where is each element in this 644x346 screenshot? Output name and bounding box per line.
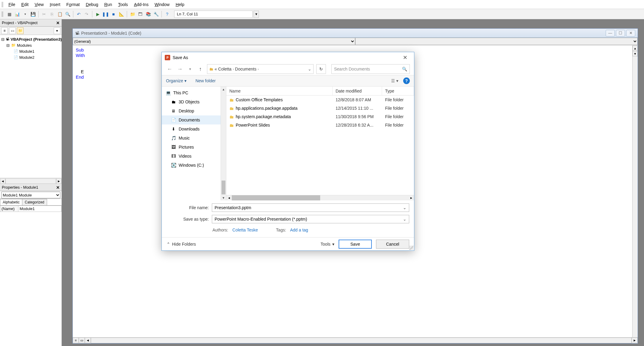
redo-icon[interactable]: ↷ — [83, 11, 90, 17]
menu-insert[interactable]: Insert — [47, 1, 63, 8]
file-row[interactable]: 🖿Custom Office Templates12/8/2018 8:07 A… — [226, 96, 414, 104]
view-object-button[interactable]: ▭ — [9, 27, 16, 34]
menubar-gripper[interactable] — [2, 2, 4, 7]
stop-icon[interactable]: ■ — [110, 11, 117, 17]
cut-icon[interactable]: ✂ — [41, 11, 47, 17]
help-icon[interactable]: ? — [164, 11, 171, 17]
breadcrumb-segment[interactable]: Documents — [235, 67, 257, 71]
run-icon[interactable]: ▶ — [94, 11, 101, 17]
find-icon[interactable]: 🔍 — [64, 11, 71, 17]
filename-input[interactable]: Presentation3.pptm⌄ — [212, 203, 409, 212]
properties-icon[interactable]: 🗔 — [137, 11, 144, 17]
project-pane-close-icon[interactable]: ✕ — [56, 20, 60, 25]
full-module-view-icon[interactable]: ▭ — [79, 338, 85, 343]
properties-pane-close-icon[interactable]: ✕ — [56, 185, 60, 190]
authors-value[interactable]: Coletta Teske — [232, 228, 258, 232]
menu-view[interactable]: View — [32, 1, 47, 8]
nav-item-this-pc[interactable]: 💻This PC — [162, 88, 221, 97]
chevron-right-icon[interactable]: › — [258, 67, 259, 71]
dialog-close-button[interactable]: ✕ — [399, 53, 411, 62]
minimize-button[interactable]: — — [606, 30, 615, 36]
search-icon[interactable]: 🔍 — [402, 67, 407, 71]
tags-value[interactable]: Add a tag — [290, 228, 308, 232]
help-icon[interactable]: ? — [403, 77, 410, 84]
file-list-headers[interactable]: Name Date modified Type — [226, 86, 414, 96]
project-tree[interactable]: ⊟ 📽 VBAProject (Presentation3) ⊟ 📁 Modul… — [0, 35, 62, 178]
project-hscroll[interactable]: ◄► — [0, 178, 62, 184]
tab-categorized[interactable]: Categorized — [22, 199, 47, 205]
view-options-icon[interactable]: ☰ ▾ — [391, 78, 398, 83]
project-explorer-icon[interactable]: 📁 — [129, 11, 136, 17]
nav-item-windows-c-[interactable]: 💽Windows (C:) — [162, 161, 221, 170]
toolbar-gripper[interactable] — [2, 11, 4, 17]
cancel-button[interactable]: Cancel — [376, 240, 409, 249]
menu-help[interactable]: Help — [173, 1, 187, 8]
nav-recent-icon[interactable]: ▾ — [187, 65, 194, 73]
nav-back-icon[interactable]: ← — [166, 65, 173, 73]
view-code-button[interactable]: ≡ — [1, 27, 8, 34]
menu-add-ins[interactable]: Add-Ins — [131, 1, 151, 8]
resize-grip[interactable] — [409, 246, 413, 250]
file-row[interactable]: 🖿hp.applications.package.appdata12/14/20… — [226, 104, 414, 112]
refresh-icon[interactable]: ↻ — [316, 64, 326, 74]
breadcrumb-bar[interactable]: 🖿 « Coletta › Documents › ⌄ — [207, 64, 314, 74]
toolbox-icon[interactable]: 🔧 — [153, 11, 159, 17]
menu-edit[interactable]: Edit — [18, 1, 32, 8]
column-type[interactable]: Type — [382, 86, 414, 95]
toggle-folders-button[interactable]: 📁 — [17, 27, 24, 34]
close-button[interactable]: ✕ — [626, 30, 635, 36]
code-hscroll[interactable]: ≡ ▭ ◄► — [73, 337, 638, 343]
chevron-right-icon[interactable]: › — [233, 67, 234, 71]
nav-item-music[interactable]: 🎵Music — [162, 134, 221, 143]
file-row[interactable]: 🖿hp.system.package.metadata11/30/2018 9:… — [226, 112, 414, 121]
organize-button[interactable]: Organize ▾ — [166, 78, 187, 83]
menu-debug[interactable]: Debug — [83, 1, 101, 8]
toolbar-overflow-icon[interactable]: ▾ — [253, 11, 259, 18]
new-folder-button[interactable]: New folder — [196, 78, 216, 83]
hide-folders-button[interactable]: ⌃ Hide Folders — [167, 242, 196, 247]
nav-item-3d-objects[interactable]: 🖿3D Objects — [162, 97, 221, 106]
tools-dropdown[interactable]: Tools▾ — [320, 242, 334, 247]
nav-tree[interactable]: 💻This PC🖿3D Objects🖥Desktop📄Documents⬇Do… — [162, 86, 221, 200]
menu-run[interactable]: Run — [101, 1, 115, 8]
menu-window[interactable]: Window — [151, 1, 173, 8]
maximize-button[interactable]: ☐ — [616, 30, 625, 36]
paste-icon[interactable]: 📋 — [56, 11, 63, 17]
nav-item-downloads[interactable]: ⬇Downloads — [162, 124, 221, 134]
object-selector[interactable]: Module1 Module — [1, 192, 60, 198]
view-code-icon[interactable]: ▦ — [6, 11, 13, 17]
undo-icon[interactable]: ↶ — [75, 11, 82, 17]
design-mode-icon[interactable]: 📐 — [118, 11, 125, 17]
nav-item-videos[interactable]: 🎞Videos — [162, 152, 221, 161]
nav-item-documents[interactable]: 📄Documents — [162, 115, 221, 124]
menu-file[interactable]: File — [5, 1, 18, 8]
breadcrumb-segment[interactable]: Coletta — [218, 67, 231, 71]
dropdown-icon[interactable]: ▾ — [22, 11, 28, 17]
column-name[interactable]: Name — [226, 86, 333, 95]
savetype-dropdown[interactable]: PowerPoint Macro-Enabled Presentation (*… — [212, 215, 409, 223]
file-list-hscroll[interactable]: ◄► — [226, 195, 414, 200]
save-button[interactable]: Save — [339, 240, 372, 249]
pause-icon[interactable]: ❚❚ — [102, 11, 109, 17]
procedure-dropdown[interactable] — [355, 38, 638, 45]
tab-alphabetic[interactable]: Alphabetic — [0, 199, 22, 205]
nav-tree-scrollbar[interactable]: ▲▼ — [221, 86, 226, 200]
object-browser-icon[interactable]: 📚 — [145, 11, 151, 17]
prop-value-cell[interactable]: Module1 — [18, 206, 62, 212]
object-dropdown[interactable]: (General) — [73, 38, 355, 45]
save-icon[interactable]: 💾 — [30, 11, 36, 17]
project-toolbar-overflow[interactable]: ▾ — [54, 27, 60, 34]
menu-tools[interactable]: Tools — [115, 1, 131, 8]
nav-item-desktop[interactable]: 🖥Desktop — [162, 106, 221, 115]
insert-object-icon[interactable]: 📊 — [14, 11, 21, 17]
nav-item-pictures[interactable]: 🖼Pictures — [162, 143, 221, 152]
procedure-view-icon[interactable]: ≡ — [73, 338, 79, 343]
nav-up-icon[interactable]: ↑ — [197, 65, 204, 73]
menu-format[interactable]: Format — [63, 1, 83, 8]
file-row[interactable]: 🖿PowerPoint Slides12/28/2018 6:32 A...Fi… — [226, 121, 414, 129]
code-vscroll[interactable]: ▲▼ — [632, 46, 638, 337]
search-input[interactable]: Search Documents 🔍 — [331, 64, 410, 74]
copy-icon[interactable]: ⎘ — [49, 11, 55, 17]
properties-grid[interactable]: (Name) Module1 — [0, 206, 62, 346]
breadcrumb-dropdown-icon[interactable]: ⌄ — [308, 67, 311, 71]
